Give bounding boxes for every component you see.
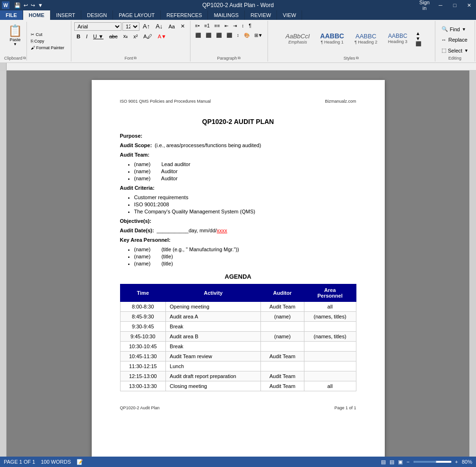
agenda-cell-activity: Audit Team review [166,352,261,361]
status-right: ▤ ▤ ▣ − + 80% [381,459,472,465]
save-button[interactable]: 💾 [13,1,22,9]
sort-button[interactable]: ↕ [240,22,246,30]
find-button[interactable]: 🔍 Find ▼ [438,25,472,34]
line-spacing-button[interactable]: ↕ [235,31,241,39]
agenda-row: 11:30-12:15Lunch [120,361,356,371]
objectives-row: Objective(s): [120,218,356,224]
clipboard-expand[interactable]: ⧉ [23,56,26,61]
shading-button[interactable]: 🎨 [242,31,251,39]
underline-button[interactable]: U ▼ [91,33,106,40]
grow-font-button[interactable]: A↑ [140,22,152,31]
view-web-icon[interactable]: ▣ [398,459,403,465]
align-left-button[interactable]: ⬛ [193,31,203,39]
styles-more[interactable]: ⬛ [415,41,421,46]
zoom-minus-button[interactable]: − [407,459,409,464]
tab-mailings[interactable]: MAILINGS [208,10,245,20]
justify-button[interactable]: ⬛ [225,31,234,39]
close-button[interactable]: ✕ [462,0,476,10]
borders-button[interactable]: ⊞▼ [252,31,265,39]
styles-scroll-down[interactable]: ▼ [415,36,421,41]
para-expand[interactable]: ⧉ [238,56,241,61]
minimize-button[interactable]: ─ [433,0,448,10]
agenda-cell-time: 10:30-10:45 [120,342,166,352]
align-right-button[interactable]: ⬛ [214,31,224,39]
agenda-cell-personnel [304,361,356,371]
agenda-cell-time: 10:45-11:30 [120,352,166,361]
style-heading3[interactable]: AABBC Heading 3 [383,30,412,46]
agenda-row: 10:45-11:30Audit Team reviewAudit Team [120,352,356,361]
scrollbar[interactable] [469,70,476,464]
strikethrough-button[interactable]: abc [107,33,120,40]
font-expand[interactable]: ⧉ [134,56,137,61]
agenda-cell-personnel: (names, titles) [304,332,356,342]
list-item: Customer requirements [134,194,356,200]
tab-insert[interactable]: INSERT [51,10,81,20]
ribbon: FILE HOME INSERT DESIGN PAGE LAYOUT REFE… [0,10,476,63]
styles-scroll-up[interactable]: ▲ [415,31,421,36]
agenda-cell-activity: Closing meeting [166,381,261,391]
italic-button[interactable]: I [84,33,90,40]
tab-file[interactable]: FILE [0,10,23,20]
style-heading2[interactable]: AABBC ¶ Heading 2 [350,30,381,47]
replace-button[interactable]: ↔ Replace [438,35,472,44]
format-painter-button[interactable]: 🖌 Format Painter [29,45,66,51]
para-row-1: ≡• ≡1 ≡≡ ⇤ ⇥ ↕ ¶ [193,22,253,30]
col-auditor: Auditor [261,284,304,302]
subscript-button[interactable]: x₂ [121,32,130,40]
agenda-cell-auditor: Audit Team [261,352,304,361]
font-size-select[interactable]: 12 [122,22,139,31]
clipboard-label: Clipboard ⧉ [4,55,26,61]
align-center-button[interactable]: ⬛ [204,31,213,39]
cut-button[interactable]: ✂ Cut [29,32,66,37]
shrink-font-button[interactable]: A↓ [153,22,165,31]
zoom-slider[interactable] [414,461,451,463]
editing-group: 🔍 Find ▼ ↔ Replace ⬚ Select ▼ Editing [435,21,476,62]
document-page: ISO 9001 QMS Policies and Procedures Man… [92,80,385,464]
change-case-button[interactable]: Aa [166,23,177,30]
numbering-button[interactable]: ≡1 [202,22,211,30]
view-normal-icon[interactable]: ▤ [381,459,386,465]
multilevel-button[interactable]: ≡≡ [213,22,222,30]
footer-left: QP1020-2 Audit Plan [120,405,160,410]
page-info: PAGE 1 OF 1 [4,459,35,464]
tab-home[interactable]: HOME [23,10,51,20]
header-left: ISO 9001 QMS Policies and Procedures Man… [120,99,211,104]
font-name-select[interactable]: Arial [74,22,121,31]
agenda-cell-personnel [304,342,356,352]
style-emphasis[interactable]: AaBbCcI Emphasis [281,30,314,47]
decrease-indent-button[interactable]: ⇤ [223,22,230,30]
agenda-cell-auditor [261,342,304,352]
tab-references[interactable]: REFERENCES [161,10,208,20]
paste-button[interactable]: 📋 Paste ▼ [4,22,26,49]
bold-button[interactable]: B [74,33,83,40]
font-color-button[interactable]: A▼ [156,33,169,40]
audit-date-row: Audit Date(s): ___________day, mm/dd/xxx… [120,228,356,233]
copy-button[interactable]: ⎘ Copy [29,38,66,44]
tab-review[interactable]: REVIEW [245,10,277,20]
select-button[interactable]: ⬚ Select ▼ [438,46,472,55]
tab-design[interactable]: DESIGN [81,10,113,20]
maximize-button[interactable]: □ [448,0,462,10]
style-heading1[interactable]: AABBC ¶ Heading 1 [316,30,348,47]
agenda-cell-time: 8:00-8:30 [120,302,166,312]
styles-expand[interactable]: ⧉ [356,56,359,61]
agenda-cell-time: 11:30-12:15 [120,361,166,371]
superscript-button[interactable]: x² [131,33,140,40]
show-para-button[interactable]: ¶ [247,22,253,30]
key-area-list: (name) (title (e.g., " Manufacturing Mgr… [134,247,356,266]
redo-button[interactable]: ↪ [30,1,36,9]
styles-label: Styles ⧉ [344,55,359,61]
view-print-icon[interactable]: ▤ [389,459,394,465]
bullets-button[interactable]: ≡• [193,22,201,30]
word-icon: W [2,1,9,9]
clear-format-button[interactable]: ✕ [178,22,187,30]
increase-indent-button[interactable]: ⇥ [231,22,239,30]
text-highlight-button[interactable]: A🖊 [141,33,154,40]
zoom-plus-button[interactable]: + [455,459,458,464]
sign-in-button[interactable]: Sign in [419,0,430,11]
tab-view[interactable]: VIEW [277,10,302,20]
audit-date-value: ___________day, mm/dd/xxxx [157,228,227,233]
undo-button[interactable]: ↩ [23,1,29,9]
tab-page-layout[interactable]: PAGE LAYOUT [113,10,161,20]
quick-access-more[interactable]: ▼ [37,1,44,9]
